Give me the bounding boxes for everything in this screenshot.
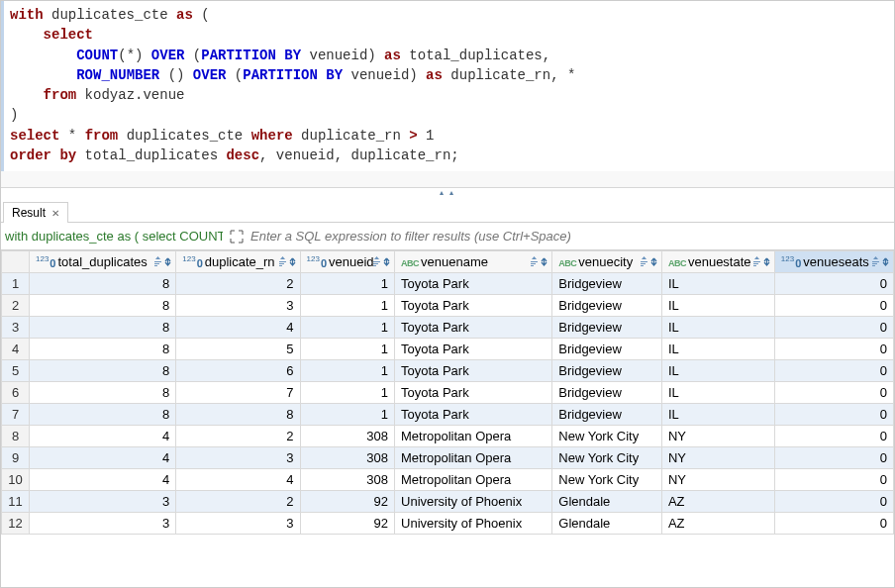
cell-venuename[interactable]: Metropolitan Opera (395, 469, 552, 491)
cell-total_duplicates[interactable]: 3 (30, 491, 176, 513)
table-row[interactable]: 4851Toyota ParkBridgeviewIL0 (2, 339, 894, 360)
table-row[interactable]: 1044308Metropolitan OperaNew York CityNY… (2, 469, 894, 491)
cell-venueid[interactable]: 308 (300, 469, 394, 491)
row-number-cell[interactable]: 8 (2, 426, 30, 447)
pane-split-handle[interactable]: ▴ ▴ (1, 187, 894, 197)
cell-total_duplicates[interactable]: 8 (30, 295, 176, 317)
cell-venuename[interactable]: Toyota Park (395, 273, 552, 295)
cell-venuestate[interactable]: IL (661, 404, 774, 426)
cell-duplicate_rn[interactable]: 4 (176, 317, 300, 339)
cell-venueseats[interactable]: 0 (774, 426, 893, 447)
cell-duplicate_rn[interactable]: 2 (176, 426, 300, 447)
table-row[interactable]: 943308Metropolitan OperaNew York CityNY0 (2, 447, 894, 469)
cell-venuename[interactable]: Metropolitan Opera (395, 426, 552, 447)
column-header-total_duplicates[interactable]: 1230total_duplicates (30, 251, 176, 273)
expand-icon[interactable] (229, 230, 245, 244)
table-row[interactable]: 123392University of PhoenixGlendaleAZ0 (2, 513, 894, 535)
row-number-cell[interactable]: 10 (2, 469, 30, 491)
column-header-venueseats[interactable]: 1230venueseats (774, 251, 893, 273)
cell-venueid[interactable]: 1 (300, 382, 394, 404)
cell-total_duplicates[interactable]: 4 (30, 469, 176, 491)
cell-duplicate_rn[interactable]: 4 (176, 469, 300, 491)
column-header-venuestate[interactable]: ABCvenuestate (661, 251, 774, 273)
cell-venuecity[interactable]: Glendale (552, 491, 662, 513)
cell-total_duplicates[interactable]: 4 (30, 447, 176, 469)
cell-venueid[interactable]: 1 (300, 317, 394, 339)
cell-venueid[interactable]: 1 (300, 404, 394, 426)
filter-input[interactable] (250, 229, 890, 244)
close-icon[interactable]: ✕ (51, 208, 59, 219)
table-row[interactable]: 2831Toyota ParkBridgeviewIL0 (2, 295, 894, 317)
row-number-cell[interactable]: 9 (2, 447, 30, 469)
column-header-venueid[interactable]: 1230venueid (300, 251, 394, 273)
cell-duplicate_rn[interactable]: 8 (176, 404, 300, 426)
table-row[interactable]: 6871Toyota ParkBridgeviewIL0 (2, 382, 894, 404)
cell-venuestate[interactable]: NY (661, 447, 774, 469)
cell-total_duplicates[interactable]: 8 (30, 339, 176, 360)
cell-venueid[interactable]: 308 (300, 426, 394, 447)
cell-total_duplicates[interactable]: 8 (30, 404, 176, 426)
table-row[interactable]: 113292University of PhoenixGlendaleAZ0 (2, 491, 894, 513)
cell-venuename[interactable]: University of Phoenix (395, 491, 552, 513)
column-sort-icons[interactable] (153, 256, 172, 268)
cell-venuestate[interactable]: IL (661, 273, 774, 295)
cell-venueid[interactable]: 1 (300, 360, 394, 382)
table-row[interactable]: 842308Metropolitan OperaNew York CityNY0 (2, 426, 894, 447)
cell-venueseats[interactable]: 0 (774, 295, 893, 317)
cell-venuename[interactable]: Toyota Park (395, 317, 552, 339)
cell-venuecity[interactable]: New York City (552, 447, 662, 469)
cell-venueseats[interactable]: 0 (774, 491, 893, 513)
column-header-venuecity[interactable]: ABCvenuecity (552, 251, 662, 273)
cell-venuename[interactable]: Toyota Park (395, 295, 552, 317)
cell-duplicate_rn[interactable]: 3 (176, 447, 300, 469)
row-header-corner[interactable] (2, 251, 30, 273)
cell-venuename[interactable]: Toyota Park (395, 382, 552, 404)
column-sort-icons[interactable] (372, 256, 391, 268)
cell-venuecity[interactable]: New York City (552, 426, 662, 447)
cell-venuename[interactable]: Toyota Park (395, 360, 552, 382)
cell-total_duplicates[interactable]: 3 (30, 513, 176, 535)
sql-editor[interactable]: with duplicates_cte as ( select COUNT(*)… (4, 5, 894, 165)
cell-total_duplicates[interactable]: 8 (30, 273, 176, 295)
cell-venueid[interactable]: 1 (300, 295, 394, 317)
cell-venuestate[interactable]: NY (661, 426, 774, 447)
column-sort-icons[interactable] (752, 256, 771, 268)
row-number-cell[interactable]: 2 (2, 295, 30, 317)
cell-venueseats[interactable]: 0 (774, 382, 893, 404)
cell-venuestate[interactable]: IL (661, 339, 774, 360)
cell-venuestate[interactable]: AZ (661, 513, 774, 535)
cell-venueid[interactable]: 92 (300, 513, 394, 535)
column-header-duplicate_rn[interactable]: 1230duplicate_rn (176, 251, 300, 273)
results-grid-wrap[interactable]: 1230total_duplicates 1230duplicate_rn 12… (1, 250, 894, 587)
cell-total_duplicates[interactable]: 8 (30, 382, 176, 404)
table-row[interactable]: 7881Toyota ParkBridgeviewIL0 (2, 404, 894, 426)
cell-venueid[interactable]: 92 (300, 491, 394, 513)
cell-duplicate_rn[interactable]: 3 (176, 513, 300, 535)
cell-venuecity[interactable]: Bridgeview (552, 382, 662, 404)
column-header-venuename[interactable]: ABCvenuename (395, 251, 552, 273)
row-number-cell[interactable]: 5 (2, 360, 30, 382)
row-number-cell[interactable]: 1 (2, 273, 30, 295)
cell-venueseats[interactable]: 0 (774, 317, 893, 339)
table-row[interactable]: 1821Toyota ParkBridgeviewIL0 (2, 273, 894, 295)
table-row[interactable]: 3841Toyota ParkBridgeviewIL0 (2, 317, 894, 339)
cell-venuecity[interactable]: Bridgeview (552, 273, 662, 295)
cell-venueseats[interactable]: 0 (774, 447, 893, 469)
cell-venuestate[interactable]: IL (661, 360, 774, 382)
cell-venueid[interactable]: 1 (300, 339, 394, 360)
row-number-cell[interactable]: 12 (2, 513, 30, 535)
cell-venuecity[interactable]: Bridgeview (552, 339, 662, 360)
cell-venuename[interactable]: Metropolitan Opera (395, 447, 552, 469)
row-number-cell[interactable]: 7 (2, 404, 30, 426)
cell-duplicate_rn[interactable]: 3 (176, 295, 300, 317)
cell-venueid[interactable]: 308 (300, 447, 394, 469)
cell-venuecity[interactable]: Bridgeview (552, 404, 662, 426)
column-sort-icons[interactable] (640, 256, 658, 268)
cell-venueseats[interactable]: 0 (774, 273, 893, 295)
cell-venuestate[interactable]: AZ (661, 491, 774, 513)
row-number-cell[interactable]: 4 (2, 339, 30, 360)
cell-duplicate_rn[interactable]: 5 (176, 339, 300, 360)
cell-venuecity[interactable]: Bridgeview (552, 360, 662, 382)
cell-venuename[interactable]: Toyota Park (395, 404, 552, 426)
cell-venuecity[interactable]: Glendale (552, 513, 662, 535)
